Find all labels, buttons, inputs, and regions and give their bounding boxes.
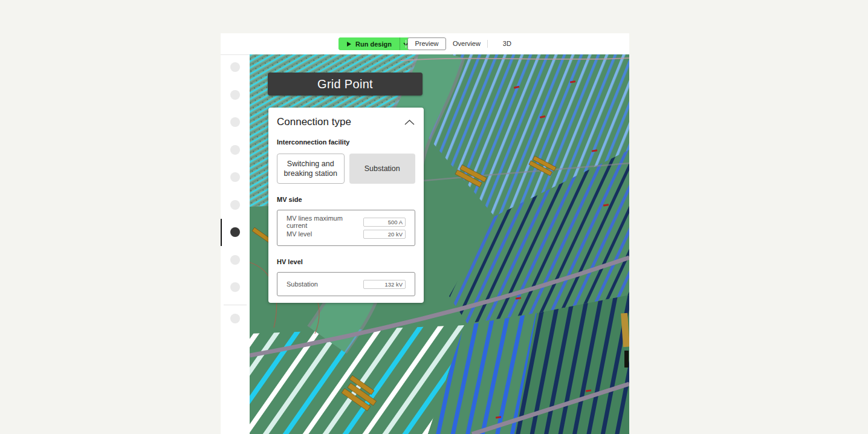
screen: Run design Preview Overview 3D xyxy=(0,0,868,434)
step-dot[interactable] xyxy=(230,62,240,72)
step-dot[interactable] xyxy=(230,172,240,182)
app-window: Run design Preview Overview 3D xyxy=(221,33,629,434)
mv-lines-max-current-label: MV lines maximum current xyxy=(287,215,363,229)
option-substation[interactable]: Substation xyxy=(349,154,416,184)
step-dot[interactable] xyxy=(230,314,240,323)
field-row: Substation xyxy=(287,278,406,290)
run-design-split-button: Run design xyxy=(338,37,412,50)
tab-overview[interactable]: Overview xyxy=(446,37,487,50)
view-mode-tabs: Preview Overview 3D xyxy=(407,37,526,50)
hv-level-group: Substation xyxy=(277,272,415,296)
play-icon xyxy=(347,42,351,47)
field-row: MV level xyxy=(287,228,406,240)
structure-block xyxy=(624,351,629,368)
mv-side-label: MV side xyxy=(277,196,415,203)
mv-level-input[interactable] xyxy=(363,230,406,239)
mv-side-group: MV lines maximum current MV level xyxy=(277,210,415,246)
tab-preview[interactable]: Preview xyxy=(407,37,446,50)
toolbar-divider xyxy=(406,40,406,48)
run-design-label: Run design xyxy=(355,40,392,48)
panel-heading: Connection type xyxy=(277,116,351,128)
interconnection-options: Switching and breaking station Substatio… xyxy=(277,154,415,184)
field-row: MV lines maximum current xyxy=(287,216,406,228)
interconnection-facility-label: Interconnection facility xyxy=(277,138,415,146)
hv-substation-label: Substation xyxy=(287,280,318,288)
step-dot[interactable] xyxy=(230,117,240,127)
step-dot[interactable] xyxy=(230,145,240,155)
sidebar-stepper xyxy=(221,54,250,434)
mv-lines-max-current-input[interactable] xyxy=(363,218,406,227)
mv-level-label: MV level xyxy=(287,230,312,238)
step-dot-active[interactable] xyxy=(230,227,240,237)
step-dot[interactable] xyxy=(230,200,240,210)
top-toolbar: Run design Preview Overview 3D xyxy=(221,33,629,54)
page-title: Grid Point xyxy=(268,73,423,96)
tab-3d[interactable]: 3D xyxy=(488,37,526,50)
step-dot[interactable] xyxy=(230,90,240,100)
chevron-up-icon[interactable] xyxy=(404,119,415,126)
stepper-divider xyxy=(224,305,247,305)
hv-level-label: HV level xyxy=(277,258,415,265)
panel-header: Connection type xyxy=(277,115,415,129)
run-design-button[interactable]: Run design xyxy=(338,37,400,50)
hv-substation-input[interactable] xyxy=(363,280,406,289)
step-dot[interactable] xyxy=(230,255,240,265)
option-switching-breaking-station[interactable]: Switching and breaking station xyxy=(277,154,345,184)
stepper xyxy=(221,55,250,434)
connection-type-panel: Connection type Interconnection facility… xyxy=(268,108,424,303)
step-dot[interactable] xyxy=(230,282,240,292)
